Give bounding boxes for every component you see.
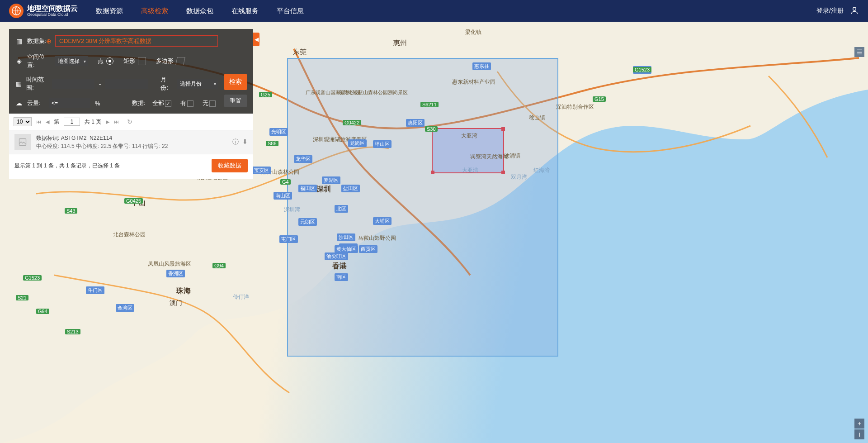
results-panel: 10 ⏮ ◀ 第 共 1 页 ▶ ⏭ ↻ 数据标识: ASTGTM2_N22E1…: [9, 114, 253, 179]
pager: 10 ⏮ ◀ 第 共 1 页 ▶ ⏭ ↻: [9, 114, 253, 130]
nav-online-services[interactable]: 在线服务: [231, 7, 259, 15]
month-label: 月份:: [160, 76, 173, 92]
pager-prev-icon[interactable]: ◀: [46, 119, 49, 125]
pager-refresh-icon[interactable]: ↻: [127, 118, 132, 125]
login-link[interactable]: 登录/注册: [816, 7, 844, 15]
rect-icon: [138, 57, 146, 65]
cloud-input[interactable]: [49, 98, 90, 108]
dataset-input[interactable]: [55, 35, 218, 47]
row-spatial: ◈ 空间位置: 地图选择 点 矩形 多边形: [15, 53, 218, 69]
result-id-label: 数据标识:: [36, 135, 59, 141]
time-to-input[interactable]: [105, 79, 148, 89]
checkbox-icon: [165, 100, 171, 107]
search-form: ▥ 数据集: ⊕ ◈ 空间位置: 地图选择 点 矩形 多边形 ▦: [9, 29, 253, 114]
info-button[interactable]: i: [854, 429, 864, 439]
location-icon: ◈: [15, 57, 23, 65]
search-panel: ▥ 数据集: ⊕ ◈ 空间位置: 地图选择 点 矩形 多边形 ▦: [9, 29, 253, 179]
time-label: 时间范围:: [26, 76, 47, 92]
cloud-label: 云量:: [27, 99, 44, 107]
globe-icon: [9, 4, 24, 18]
reset-button[interactable]: 重置: [224, 95, 247, 107]
checkbox-icon: [187, 100, 193, 107]
header-right: 登录/注册: [816, 6, 859, 16]
map-select[interactable]: 地图选择: [55, 56, 88, 66]
shape-rect[interactable]: 矩形: [123, 57, 146, 65]
row-cloud: ☁ 云量: % 数据: 全部 有 无: [15, 98, 218, 108]
pager-first-icon[interactable]: ⏮: [36, 119, 41, 124]
shape-poly[interactable]: 多边形: [156, 57, 184, 65]
app-header: 地理空间数据云 Geospatial Data Cloud 数据资源 高级检索 …: [0, 0, 868, 22]
corner-tools: + i: [854, 419, 864, 439]
result-row[interactable]: 数据标识: ASTGTM2_N22E114 中心经度: 114.5 中心纬度: …: [9, 130, 253, 154]
radio-point-icon: [106, 57, 113, 65]
bbox-handle-br[interactable]: [501, 171, 505, 174]
logo-text: 地理空间数据云 Geospatial Data Cloud: [27, 5, 78, 17]
page-number-input[interactable]: [64, 118, 80, 126]
user-icon[interactable]: [850, 6, 859, 16]
poly-icon: [175, 57, 185, 65]
results-footer: 显示第 1 到 1 条，共 1 条记录，已选择 1 条 收藏数据: [9, 154, 253, 179]
download-icon[interactable]: ⬇: [242, 138, 248, 146]
checkbox-icon: [209, 100, 216, 107]
time-separator: -: [99, 81, 101, 87]
info-icon[interactable]: ⓘ: [232, 138, 239, 146]
row-time: ▦ 时间范围: - 月份: 选择月份: [15, 76, 218, 92]
data-label: 数据:: [132, 99, 146, 107]
dataset-icon: ▥: [15, 38, 23, 45]
collect-button[interactable]: 收藏数据: [212, 159, 248, 172]
layers-menu-icon[interactable]: ☰: [854, 47, 864, 57]
add-dataset-icon[interactable]: ⊕: [46, 38, 52, 45]
nav-platform-info[interactable]: 平台信息: [277, 7, 304, 15]
zoom-in-button[interactable]: +: [854, 419, 864, 429]
svg-point-1: [853, 7, 856, 10]
result-thumbnail: [14, 134, 31, 150]
results-summary: 显示第 1 到 1 条，共 1 条记录，已选择 1 条: [14, 162, 120, 170]
bbox-handle-tl[interactable]: [431, 127, 434, 131]
panel-collapse-button[interactable]: ◀: [253, 33, 259, 46]
page-prefix: 第: [54, 118, 59, 126]
calendar-icon: ▦: [15, 80, 22, 87]
svg-rect-2: [19, 139, 26, 146]
data-none-opt[interactable]: 无: [203, 99, 216, 107]
action-button-column: 检索 重置: [224, 35, 247, 108]
logo[interactable]: 地理空间数据云 Geospatial Data Cloud: [9, 4, 78, 18]
shape-point[interactable]: 点: [98, 57, 113, 65]
bbox-handle-tr[interactable]: [501, 127, 505, 131]
spatial-label: 空间位置:: [27, 53, 51, 69]
result-id-value: ASTGTM2_N22E114: [61, 135, 112, 141]
result-actions: ⓘ ⬇: [232, 138, 248, 146]
time-from-input[interactable]: [52, 79, 94, 89]
result-bounding-box[interactable]: [432, 128, 504, 173]
data-has-opt[interactable]: 有: [180, 99, 193, 107]
bbox-handle-bl[interactable]: [431, 171, 434, 174]
data-all-opt[interactable]: 全部: [152, 99, 171, 107]
logo-cn: 地理空间数据云: [27, 5, 78, 13]
search-area-rect[interactable]: [287, 58, 558, 357]
row-dataset: ▥ 数据集: ⊕: [15, 35, 218, 47]
pager-next-icon[interactable]: ▶: [106, 119, 109, 125]
logo-en: Geospatial Data Cloud: [27, 13, 78, 17]
nav-advanced-search[interactable]: 高级检索: [141, 7, 168, 15]
cloud-icon: ☁: [15, 100, 23, 107]
result-meta: 中心经度: 114.5 中心纬度: 22.5 条带号: 114 行编号: 22: [36, 142, 168, 150]
search-button[interactable]: 检索: [224, 74, 247, 90]
nav-crowdsource[interactable]: 数据众包: [186, 7, 213, 15]
page-total: 共 1 页: [85, 118, 101, 126]
result-info: 数据标识: ASTGTM2_N22E114 中心经度: 114.5 中心纬度: …: [36, 134, 168, 150]
top-nav: 数据资源 高级检索 数据众包 在线服务 平台信息: [96, 7, 304, 15]
page-size-select[interactable]: 10: [14, 117, 32, 126]
nav-data-resources[interactable]: 数据资源: [96, 7, 123, 15]
month-select[interactable]: 选择月份: [177, 79, 218, 89]
pager-last-icon[interactable]: ⏭: [114, 119, 119, 124]
cloud-pct: %: [95, 100, 100, 107]
